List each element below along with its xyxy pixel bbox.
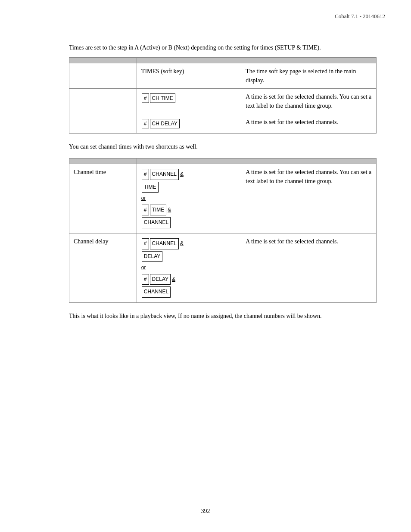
table1-row3-col1 bbox=[69, 114, 137, 134]
channel-delay-row4: CHANNEL bbox=[141, 286, 237, 298]
channel-key-2: CHANNEL bbox=[142, 217, 171, 228]
hash-key-4: # bbox=[142, 274, 149, 285]
channel-delay-row2: DELAY bbox=[141, 251, 237, 263]
or-text-1: or bbox=[141, 194, 237, 203]
table1-row1-col1 bbox=[69, 63, 137, 89]
table-row: Channel time # CHANNEL & TIME bbox=[69, 164, 377, 233]
table1-row2-col2: # CH TIME bbox=[137, 89, 241, 114]
table-row: # CH DELAY A time is set for the selecte… bbox=[69, 114, 377, 134]
table2-row2-col1: Channel delay bbox=[69, 233, 137, 302]
channel-time-row3: # TIME & bbox=[141, 204, 237, 216]
channel-time-row2: TIME bbox=[141, 181, 237, 193]
table2-header-col2 bbox=[137, 159, 241, 164]
table1-header-col1 bbox=[69, 58, 137, 63]
hash-key: # bbox=[142, 93, 149, 103]
hash-key-1: # bbox=[142, 169, 149, 180]
table1-header-col2 bbox=[137, 58, 241, 63]
table1-row3-col2: # CH DELAY bbox=[137, 114, 241, 134]
ch-delay-key: CH DELAY bbox=[150, 119, 180, 128]
table2-header-col1 bbox=[69, 159, 137, 164]
footer-text: This is what it looks like in a playback… bbox=[69, 311, 377, 320]
table-row: # CH TIME A time is set for the selected… bbox=[69, 89, 377, 114]
time-key-2: TIME bbox=[150, 205, 167, 216]
table-row: TIMES (soft key) The time soft key page … bbox=[69, 63, 377, 89]
table2-row1-col2: # CHANNEL & TIME or bbox=[137, 164, 241, 233]
channel-time-keys: # CHANNEL & TIME or bbox=[141, 168, 237, 229]
table1-row2-col3: A time is set for the selected channels.… bbox=[241, 89, 377, 114]
table1-row2-col1 bbox=[69, 89, 137, 114]
times-softkey-label: TIMES (soft key) bbox=[141, 68, 184, 75]
amp-key-2: & bbox=[168, 205, 171, 215]
amp-key-4: & bbox=[172, 275, 175, 284]
channel-time-row4: CHANNEL bbox=[141, 217, 237, 229]
time-key-1: TIME bbox=[142, 182, 159, 193]
channel-delay-keys: # CHANNEL & DELAY or bbox=[141, 238, 237, 298]
table2-row1-col1: Channel time bbox=[69, 164, 137, 233]
table1-header-col3 bbox=[241, 58, 377, 63]
channel-delay-row1: # CHANNEL & bbox=[141, 238, 237, 250]
amp-key-1: & bbox=[180, 170, 184, 179]
table2-row2-col2: # CHANNEL & DELAY or bbox=[137, 233, 241, 302]
content-area: Times are set to the step in A (Active) … bbox=[69, 43, 377, 320]
page-number: 392 bbox=[0, 508, 411, 515]
header-title: Cobalt 7.1 - 20140612 bbox=[335, 13, 385, 19]
page-header: Cobalt 7.1 - 20140612 bbox=[335, 13, 385, 20]
amp-key-3: & bbox=[180, 239, 184, 249]
table2-header-col3 bbox=[241, 159, 377, 164]
ch-time-key-row: # CH TIME bbox=[141, 93, 237, 103]
channel-key-1: CHANNEL bbox=[150, 169, 179, 180]
delay-key-2: DELAY bbox=[150, 274, 171, 285]
ch-delay-key-row: # CH DELAY bbox=[141, 118, 237, 129]
channel-key-3: CHANNEL bbox=[150, 238, 179, 249]
or-text-2: or bbox=[141, 263, 237, 273]
hash-key-2: # bbox=[142, 205, 149, 216]
delay-key-1: DELAY bbox=[142, 251, 162, 262]
hash-key-3: # bbox=[142, 238, 149, 249]
table1-row3-col3: A time is set for the selected channels. bbox=[241, 114, 377, 134]
channel-delay-row3: # DELAY & bbox=[141, 274, 237, 286]
table-row: Channel delay # CHANNEL & DELAY bbox=[69, 233, 377, 302]
page-container: Cobalt 7.1 - 20140612 Times are set to t… bbox=[0, 0, 411, 532]
table1-row1-col2: TIMES (soft key) bbox=[137, 63, 241, 89]
table-2: Channel time # CHANNEL & TIME bbox=[69, 158, 377, 303]
table1-row1-col3: The time soft key page is selected in th… bbox=[241, 63, 377, 89]
table-1: TIMES (soft key) The time soft key page … bbox=[69, 57, 377, 134]
ch-time-key: CH TIME bbox=[150, 93, 175, 103]
channel-time-row1: # CHANNEL & bbox=[141, 168, 237, 180]
channel-key-4: CHANNEL bbox=[142, 286, 171, 298]
hash-key: # bbox=[142, 119, 149, 128]
table2-row2-col3: A time is set for the selected channels. bbox=[241, 233, 377, 302]
shortcut-text: You can set channel times with two short… bbox=[69, 142, 377, 151]
table2-row1-col3: A time is set for the selected channels.… bbox=[241, 164, 377, 233]
intro-paragraph: Times are set to the step in A (Active) … bbox=[69, 43, 377, 52]
